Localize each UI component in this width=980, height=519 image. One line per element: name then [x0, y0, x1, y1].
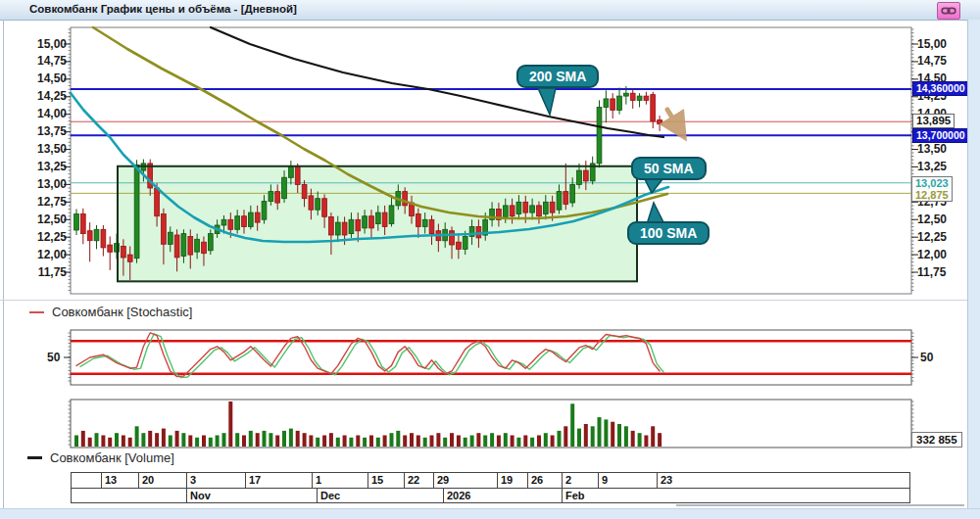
- date-axis-day-cell: 22: [404, 473, 433, 489]
- date-axis-day-cell: 2: [562, 473, 598, 489]
- stochastic-legend-label: Совкомбанк [Stochastic]: [52, 305, 192, 319]
- panel-separator: [0, 300, 980, 301]
- y-axis-price-label: 13,00: [25, 178, 67, 191]
- y-axis-price-label: 14,75: [25, 55, 67, 68]
- stochastic-left-50-label: 50: [47, 351, 60, 364]
- date-axis-day-cell: 23: [657, 473, 910, 489]
- date-axis-month-cell: Dec: [317, 488, 443, 503]
- y-axis-price-label: 14,00: [25, 108, 67, 120]
- y-axis-price-label: 15,00: [917, 38, 958, 51]
- date-axis-day-cell: 13: [101, 473, 138, 489]
- price-badge-support: 13,700000: [912, 128, 969, 143]
- sma50-value-label: 13,023: [915, 177, 949, 189]
- date-axis-day-cell: 9: [598, 473, 657, 489]
- window-title: Совкомбанк График цены и объёма - [Дневн…: [29, 3, 297, 15]
- link-button[interactable]: [937, 2, 960, 20]
- y-axis-price-label: 12,75: [25, 196, 67, 209]
- chart-surface[interactable]: [0, 20, 968, 509]
- y-axis-price-label: 11,75: [917, 266, 958, 279]
- date-axis-day-cell: 26: [527, 473, 562, 489]
- y-axis-price-label: 13,25: [25, 161, 67, 173]
- y-axis-price-label: 15,00: [25, 38, 67, 51]
- price-badge-last: 13,895: [912, 114, 955, 128]
- date-axis-day-cell: 3: [186, 473, 245, 489]
- y-axis-price-label: 13,25: [917, 161, 958, 173]
- date-axis-day-cell: 17: [245, 473, 312, 489]
- sma100-value-label: 12,875: [915, 189, 949, 201]
- date-axis[interactable]: 1320317115222919262923NovDec2026Feb: [71, 472, 910, 503]
- y-axis-price-label: 13,50: [25, 143, 67, 156]
- price-badge-resistance: 14,360000: [912, 81, 969, 96]
- y-axis-price-label: 12,00: [917, 249, 958, 261]
- trading-terminal-window: { "window": { "title": "Совкомбанк Графи…: [0, 0, 980, 519]
- stochastic-legend: Совкомбанк [Stochastic]: [29, 305, 192, 319]
- date-axis-day-cell: 29: [433, 473, 497, 489]
- callout-200-sma: 200 SMA: [516, 65, 599, 88]
- y-axis-price-label: 12,00: [25, 249, 67, 261]
- stochastic-series-dash: [29, 311, 44, 313]
- y-axis-price-label: 12,50: [25, 213, 67, 226]
- y-axis-price-label: 12,50: [917, 213, 958, 226]
- y-axis-price-label: 13,50: [917, 143, 958, 156]
- date-axis-day-cell: 19: [497, 473, 527, 489]
- date-axis-day-cell: [71, 473, 101, 489]
- volume-value-badge: 332 855: [911, 432, 962, 448]
- date-axis-month-cell: [71, 488, 186, 503]
- callout-50-sma: 50 SMA: [631, 157, 707, 180]
- date-axis-month-cell: Feb: [562, 488, 910, 503]
- link-icon: [940, 5, 957, 17]
- date-axis-month-cell: Nov: [186, 488, 317, 503]
- volume-legend-label: Совкомбанк [Volume]: [50, 450, 174, 465]
- volume-series-dash: [27, 456, 42, 459]
- y-axis-price-label: 14,25: [25, 90, 67, 103]
- y-axis-price-label: 12,25: [25, 231, 67, 244]
- volume-legend: Совкомбанк [Volume]: [27, 450, 174, 465]
- y-axis-price-label: 12,25: [917, 231, 958, 244]
- price-badge-sma-values: 13,023 12,875: [911, 176, 953, 202]
- date-axis-day-cell: 1: [312, 473, 368, 489]
- y-axis-price-label: 14,50: [25, 72, 67, 85]
- title-bar[interactable]: Совкомбанк График цены и объёма - [Дневн…: [0, 0, 980, 21]
- date-axis-day-cell: 15: [368, 473, 404, 489]
- vertical-scrollbar[interactable]: [967, 20, 980, 519]
- y-axis-price-label: 13,75: [25, 125, 67, 138]
- y-axis-price-label: 11,75: [25, 266, 67, 279]
- date-axis-day-cell: 20: [138, 473, 186, 489]
- stochastic-right-50-label: 50: [920, 351, 933, 364]
- window-bottom-edge: [0, 508, 980, 519]
- callout-100-sma: 100 SMA: [627, 221, 710, 245]
- date-axis-month-cell: 2026: [443, 488, 562, 503]
- y-axis-price-label: 14,75: [917, 55, 958, 68]
